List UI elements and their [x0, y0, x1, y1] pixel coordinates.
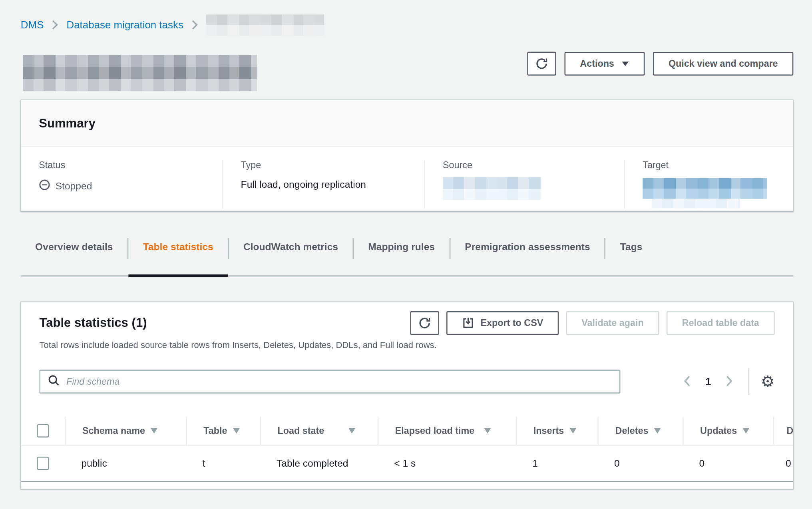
summary-field-status: Status Stopped [21, 160, 222, 208]
inserts-column-label: Inserts [533, 425, 564, 436]
schema-name-cell: public [65, 446, 186, 481]
sort-icon [484, 427, 491, 434]
statistics-table: Schema name Table Load state Elapsed loa… [21, 417, 793, 482]
table-statistics-header: Table statistics (1) Export to [21, 311, 793, 335]
pagination-divider [748, 368, 750, 395]
updates-column-label: Updates [700, 425, 737, 436]
table-column-label: Table [203, 425, 227, 436]
load-state-column-header[interactable]: Load state [260, 417, 378, 445]
tab-overview-details[interactable]: Overview details [21, 234, 127, 276]
page-header-actions: Actions Quick view and compare [527, 52, 793, 76]
ddls-cell: 0 [773, 446, 794, 481]
table-header-row: Schema name Table Load state Elapsed loa… [21, 417, 793, 446]
ddls-column-header[interactable]: D [773, 417, 794, 445]
row-select-cell [21, 446, 65, 481]
elapsed-load-time-column-header[interactable]: Elapsed load time [378, 417, 516, 445]
table-row: public t Table completed < 1 s 1 0 0 0 [21, 446, 793, 482]
sort-icon [569, 427, 577, 434]
breadcrumb-dms-link[interactable]: DMS [21, 19, 44, 31]
table-toolbar: 1 ⚙ [39, 368, 774, 395]
deletes-column-label: Deletes [615, 425, 649, 436]
table-refresh-button[interactable] [410, 311, 439, 335]
type-label: Type [241, 160, 424, 171]
type-value: Full load, ongoing replication [241, 179, 424, 191]
sort-icon [348, 427, 356, 434]
table-column-header[interactable]: Table [186, 417, 260, 445]
deletes-column-header[interactable]: Deletes [597, 417, 683, 445]
task-detail-tabs: Overview details Table statistics CloudW… [21, 234, 794, 276]
breadcrumb-current-redacted [206, 14, 324, 35]
table-statistics-panel: Table statistics (1) Export to [21, 301, 794, 489]
source-label: Source [443, 160, 624, 171]
quick-view-compare-label: Quick view and compare [669, 58, 778, 69]
select-all-cell [21, 417, 65, 445]
summary-field-target: Target [624, 160, 793, 208]
table-cell: t [186, 446, 260, 481]
chevron-right-icon [190, 19, 199, 31]
summary-field-type: Type Full load, ongoing replication [222, 160, 424, 208]
summary-panel-header: Summary [21, 100, 793, 147]
actions-button-label: Actions [580, 58, 614, 69]
reload-table-data-label: Reload table data [682, 318, 759, 328]
status-value: Stopped [39, 179, 222, 193]
sort-icon [654, 427, 661, 434]
refresh-icon [535, 57, 549, 71]
tab-table-statistics[interactable]: Table statistics [128, 234, 228, 276]
breadcrumb: DMS Database migration tasks [21, 14, 324, 35]
load-state-column-label: Load state [278, 425, 324, 436]
search-icon [48, 374, 60, 389]
tab-cloudwatch-metrics[interactable]: CloudWatch metrics [229, 234, 353, 276]
dms-task-page: DMS Database migration tasks Actions Qui… [0, 0, 812, 509]
refresh-button[interactable] [527, 52, 556, 76]
updates-column-header[interactable]: Updates [683, 417, 773, 445]
inserts-cell: 1 [516, 446, 598, 481]
load-state-cell: Table completed [260, 446, 378, 481]
caret-down-icon [621, 61, 629, 66]
sort-icon [150, 427, 158, 434]
pagination: 1 ⚙ [679, 368, 775, 395]
schema-name-column-label: Schema name [82, 425, 145, 436]
next-page-button[interactable] [720, 371, 738, 392]
quick-view-compare-button[interactable]: Quick view and compare [653, 52, 793, 76]
breadcrumb-tasks-link[interactable]: Database migration tasks [66, 19, 183, 31]
tab-mapping-rules[interactable]: Mapping rules [354, 234, 449, 276]
sort-icon [232, 427, 240, 434]
summary-title: Summary [39, 116, 96, 130]
elapsed-load-time-column-label: Elapsed load time [395, 425, 474, 436]
summary-field-source: Source [424, 160, 624, 208]
previous-page-button[interactable] [679, 371, 696, 392]
status-text: Stopped [56, 181, 92, 192]
stopped-icon [39, 179, 50, 193]
target-endpoint-link-redacted-2 [652, 199, 740, 208]
summary-panel: Summary Status Stopped Type Full load, o… [21, 99, 794, 211]
current-page-number[interactable]: 1 [705, 376, 711, 388]
table-statistics-title: Table statistics (1) [39, 315, 147, 330]
summary-fields: Status Stopped Type Full load, ongoing r… [21, 147, 793, 208]
refresh-icon [418, 316, 432, 330]
inserts-column-header[interactable]: Inserts [516, 417, 598, 445]
target-label: Target [643, 160, 793, 171]
chevron-left-icon [681, 374, 693, 389]
find-schema-input[interactable] [66, 376, 612, 387]
table-statistics-description: Total rows include loaded source table r… [39, 340, 774, 350]
export-csv-label: Export to CSV [480, 318, 543, 328]
tab-premigration-assessments[interactable]: Premigration assessments [450, 234, 605, 276]
reload-table-data-button: Reload table data [667, 311, 775, 335]
validate-again-label: Validate again [581, 318, 644, 328]
updates-cell: 0 [683, 446, 773, 481]
status-label: Status [39, 160, 222, 171]
tab-tags[interactable]: Tags [606, 234, 657, 276]
schema-name-column-header[interactable]: Schema name [65, 417, 186, 445]
select-all-checkbox[interactable] [37, 424, 49, 437]
schema-search-box [39, 370, 620, 394]
source-endpoint-link-redacted[interactable] [443, 177, 541, 200]
actions-button[interactable]: Actions [564, 52, 645, 76]
preferences-gear-icon[interactable]: ⚙ [761, 374, 775, 390]
target-endpoint-link-redacted[interactable] [643, 178, 767, 199]
elapsed-load-time-cell: < 1 s [378, 446, 516, 481]
deletes-cell: 0 [597, 446, 683, 481]
row-checkbox[interactable] [37, 457, 49, 470]
page-title-redacted [23, 55, 257, 91]
chevron-right-icon [724, 374, 735, 389]
export-csv-button[interactable]: Export to CSV [446, 311, 559, 335]
